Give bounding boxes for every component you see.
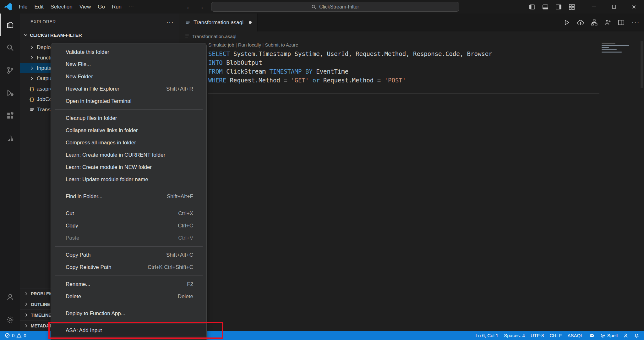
folder-root[interactable]: CLICKSTREAM-FILTER — [20, 30, 179, 40]
warning-icon — [16, 333, 22, 338]
context-menu-item-new-file[interactable]: New File... — [51, 58, 206, 70]
explorer-title: EXPLORER — [30, 19, 56, 24]
status-cursor-position[interactable]: Ln 6, Col 1 — [473, 331, 501, 340]
minimap-line — [602, 43, 615, 44]
context-menu-item-reveal-in-file-explorer[interactable]: Reveal in File ExplorerShift+Alt+R — [51, 83, 206, 95]
minimap[interactable] — [602, 43, 630, 54]
status-spell-checker[interactable]: Spell — [598, 331, 620, 340]
activitybar-accounts[interactable] — [0, 286, 20, 308]
context-menu-item-cut[interactable]: CutCtrl+X — [51, 207, 206, 220]
status-copilot[interactable] — [586, 331, 598, 340]
menu-overflow[interactable]: ··· — [125, 0, 137, 14]
toggle-sidebar-icon[interactable] — [529, 4, 535, 10]
context-menu-item-open-in-integrated-terminal[interactable]: Open in Integrated Terminal — [51, 95, 206, 107]
context-menu-item-find-in-folder[interactable]: Find in Folder...Shift+Alt+F — [51, 190, 206, 203]
activitybar-settings[interactable] — [0, 308, 20, 331]
activitybar-search[interactable] — [0, 36, 20, 59]
status-indentation-label: Spaces: 4 — [504, 333, 525, 338]
upload-to-azure-button[interactable] — [577, 19, 584, 26]
status-spell-checker-label: Spell — [607, 333, 618, 338]
status-feedback[interactable] — [620, 331, 631, 340]
status-notifications[interactable] — [631, 331, 642, 340]
tab-label: Transformation.asaql — [194, 20, 243, 26]
status-language-mode[interactable]: ASAQL — [565, 331, 586, 340]
customize-layout-icon[interactable] — [569, 4, 575, 10]
current-line-highlight — [208, 93, 599, 102]
editor[interactable]: Simulate job | Run locally | Submit to A… — [179, 41, 644, 331]
context-menu-item-delete[interactable]: DeleteDelete — [51, 290, 206, 303]
context-menu-item-compress-all-images-in-folder[interactable]: Compress all images in folder — [51, 137, 206, 149]
context-menu-item-rename[interactable]: Rename...F2 — [51, 278, 206, 290]
context-menu-item-cleanup-files-in-folder[interactable]: Cleanup files in folder — [51, 112, 206, 124]
context-menu-item-new-folder[interactable]: New Folder... — [51, 70, 206, 83]
context-menu-item-label: Find in Folder... — [66, 193, 102, 200]
command-center-search[interactable]: ClickStream-Filter — [211, 2, 459, 12]
file-icon — [184, 34, 190, 39]
chev-r-icon — [24, 312, 29, 318]
tab-transformation-asaql[interactable]: Transformation.asaql — [179, 14, 258, 31]
modified-indicator[interactable] — [249, 21, 252, 24]
editor-scrollbar[interactable] — [641, 41, 643, 88]
context-menu-item-deploy-to-function-app[interactable]: Deploy to Function App... — [51, 307, 206, 320]
activitybar-azure[interactable] — [0, 127, 20, 149]
context-menu-shortcut: Shift+Alt+F — [167, 193, 193, 200]
context-menu-item-copy[interactable]: CopyCtrl+C — [51, 220, 206, 232]
context-menu-item-copy-relative-path[interactable]: Copy Relative PathCtrl+K Ctrl+Shift+C — [51, 261, 206, 273]
context-menu-item-validate-this-folder[interactable]: Validate this folder — [51, 46, 206, 58]
more-actions-icon[interactable]: ··· — [631, 18, 640, 27]
context-menu-shortcut: Ctrl+C — [178, 223, 193, 229]
activitybar-run-debug[interactable] — [0, 81, 20, 104]
status-encoding[interactable]: UTF-8 — [528, 331, 547, 340]
play-icon — [564, 19, 570, 26]
chev-r-icon — [29, 76, 35, 81]
menu-file[interactable]: File — [15, 0, 31, 14]
status-eol[interactable]: CRLF — [547, 331, 565, 340]
context-menu-item-learn-create-module-in-new-folder[interactable]: Learn: Create module in NEW folder — [51, 161, 206, 173]
add-account-button[interactable] — [604, 19, 611, 26]
query-diagram-button[interactable] — [591, 19, 598, 26]
activitybar-extensions[interactable] — [0, 104, 20, 127]
back-arrow-icon[interactable]: ← — [186, 3, 193, 11]
close-button[interactable] — [624, 0, 644, 14]
context-menu-shortcut: Shift+Alt+C — [166, 252, 193, 258]
codelens-simulate-job[interactable]: Simulate job — [208, 42, 234, 47]
menu-edit[interactable]: Edit — [31, 0, 47, 14]
context-menu-item-label: New File... — [66, 61, 91, 68]
context-menu-item-label: Compress all images in folder — [66, 140, 136, 146]
forward-arrow-icon[interactable]: → — [198, 3, 204, 11]
activitybar-explorer[interactable] — [0, 14, 20, 36]
menu-view[interactable]: View — [76, 0, 95, 14]
folder-root-label: CLICKSTREAM-FILTER — [30, 32, 82, 38]
context-menu-item-learn-create-module-in-current-folder[interactable]: Learn: Create module in CURRENT folder — [51, 149, 206, 161]
toggle-secondary-sidebar-icon[interactable] — [555, 4, 562, 10]
codelens-run-locally[interactable]: Run locally — [238, 42, 261, 47]
run-button[interactable] — [564, 19, 570, 26]
context-menu-item-learn-update-module-folder-name[interactable]: Learn: Update module folder name — [51, 173, 206, 186]
maximize-button[interactable] — [604, 0, 624, 14]
context-menu-item-label: Collapse relative links in folder — [66, 127, 138, 134]
context-menu-shortcut: Ctrl+V — [178, 235, 193, 241]
activity-bar — [0, 14, 20, 331]
vscode-logo-icon — [4, 3, 12, 11]
menu-go[interactable]: Go — [94, 0, 108, 14]
status-indentation[interactable]: Spaces: 4 — [501, 331, 528, 340]
explorer-more-actions-icon[interactable]: ··· — [166, 18, 174, 25]
codelens-separator: | — [234, 42, 238, 47]
split-editor-button[interactable] — [618, 19, 625, 26]
activitybar-source-control[interactable] — [0, 59, 20, 81]
context-menu-item-copy-path[interactable]: Copy PathShift+Alt+C — [51, 249, 206, 261]
toggle-panel-icon[interactable] — [542, 4, 548, 10]
minimap-line — [602, 45, 629, 46]
person-icon — [604, 19, 611, 26]
context-menu-item-label: Learn: Create module in NEW folder — [66, 164, 152, 170]
menu-run[interactable]: Run — [108, 0, 125, 14]
status-problems[interactable]: 0 0 — [2, 331, 29, 340]
minimize-button[interactable] — [584, 0, 604, 14]
menu-selection[interactable]: Selection — [47, 0, 76, 14]
codelens-submit-to-azure[interactable]: Submit to Azure — [265, 42, 298, 47]
breadcrumb[interactable]: Transformation.asaql — [179, 31, 644, 41]
context-menu-item-label: Reveal in File Explorer — [66, 86, 119, 92]
copilot-icon — [589, 333, 595, 338]
context-menu-item-collapse-relative-links-in-folder[interactable]: Collapse relative links in folder — [51, 124, 206, 137]
annotation-highlight — [48, 322, 223, 339]
